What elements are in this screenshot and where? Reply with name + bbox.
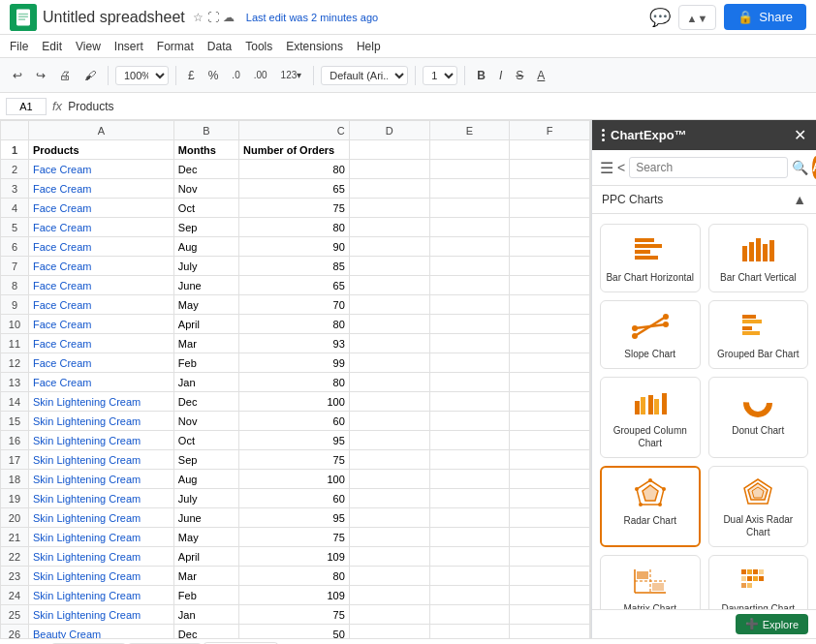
- cell-f10[interactable]: [510, 315, 590, 334]
- cell-e25[interactable]: [429, 605, 510, 625]
- cell-f18[interactable]: [510, 470, 590, 489]
- cell-c23[interactable]: 80: [239, 567, 350, 586]
- ppc-chevron-icon[interactable]: ▲: [793, 192, 806, 207]
- cell-b26[interactable]: Dec: [173, 625, 238, 639]
- font-size-select[interactable]: 10: [423, 66, 457, 85]
- chart-item-matrix[interactable]: Matrix Chart: [600, 555, 701, 609]
- table-row[interactable]: 13Face CreamJan80: [1, 373, 590, 392]
- cell-d11[interactable]: [349, 334, 429, 353]
- cell-e17[interactable]: [429, 450, 510, 470]
- cell-e15[interactable]: [429, 412, 510, 431]
- cell-e21[interactable]: [429, 528, 510, 547]
- cell-b3[interactable]: Nov: [173, 179, 238, 199]
- cell-d4[interactable]: [349, 199, 429, 218]
- row-header-cell[interactable]: 13: [1, 373, 29, 392]
- search-button[interactable]: 🔍: [792, 160, 808, 175]
- cell-d22[interactable]: [349, 547, 429, 567]
- cell-f15[interactable]: [510, 412, 590, 431]
- row-header-cell[interactable]: 10: [1, 315, 29, 334]
- cell-e10[interactable]: [429, 315, 510, 334]
- cell-b2[interactable]: Dec: [173, 160, 238, 179]
- undo-button[interactable]: ↩: [8, 66, 27, 85]
- cell-f22[interactable]: [510, 547, 590, 567]
- cell-c1[interactable]: Number of Orders: [239, 140, 350, 160]
- row-header-cell[interactable]: 12: [1, 353, 29, 373]
- cell-a15[interactable]: Skin Lightening Cream: [28, 412, 173, 431]
- chart-item-bar-horizontal[interactable]: Bar Chart Horizontal: [600, 224, 701, 292]
- cell-b6[interactable]: Aug: [173, 237, 238, 257]
- row-header-cell[interactable]: 5: [1, 218, 29, 237]
- cell-a13[interactable]: Face Cream: [28, 373, 173, 392]
- cell-b24[interactable]: Feb: [173, 586, 238, 605]
- table-row[interactable]: 5Face CreamSep80: [1, 218, 590, 237]
- table-row[interactable]: 23Skin Lightening CreamMar80: [1, 567, 590, 586]
- cell-b21[interactable]: May: [173, 528, 238, 547]
- ppc-charts-header[interactable]: PPC Charts ▲: [592, 186, 816, 214]
- percent-button[interactable]: %: [204, 66, 224, 85]
- paint-format-button[interactable]: 🖌: [79, 66, 101, 85]
- row-header-cell[interactable]: 4: [1, 199, 29, 218]
- cell-c17[interactable]: 75: [239, 450, 350, 470]
- cell-d8[interactable]: [349, 276, 429, 295]
- underline-button[interactable]: A: [532, 66, 549, 85]
- cell-b17[interactable]: Sep: [173, 450, 238, 470]
- cell-a2[interactable]: Face Cream: [28, 160, 173, 179]
- cell-a10[interactable]: Face Cream: [28, 315, 173, 334]
- row-header-cell[interactable]: 23: [1, 567, 29, 586]
- cell-a5[interactable]: Face Cream: [28, 218, 173, 237]
- menu-view[interactable]: View: [76, 40, 101, 53]
- cell-f24[interactable]: [510, 586, 590, 605]
- cell-f17[interactable]: [510, 450, 590, 470]
- cell-e23[interactable]: [429, 567, 510, 586]
- cell-b16[interactable]: Oct: [173, 431, 238, 450]
- more-formats-button[interactable]: 123▾: [276, 67, 307, 83]
- col-header-d[interactable]: D: [349, 121, 429, 140]
- star-icon[interactable]: ☆: [193, 11, 204, 24]
- table-row[interactable]: 2Face CreamDec80: [1, 160, 590, 179]
- cell-b10[interactable]: April: [173, 315, 238, 334]
- row-header-cell[interactable]: 17: [1, 450, 29, 470]
- zoom-select[interactable]: 100%: [115, 66, 169, 85]
- col-header-c[interactable]: C: [239, 121, 350, 140]
- cell-b5[interactable]: Sep: [173, 218, 238, 237]
- cell-f20[interactable]: [510, 508, 590, 528]
- cell-d3[interactable]: [349, 179, 429, 199]
- cell-c13[interactable]: 80: [239, 373, 350, 392]
- table-row[interactable]: 1ProductsMonthsNumber of Orders: [1, 140, 590, 160]
- cell-b13[interactable]: Jan: [173, 373, 238, 392]
- row-header-cell[interactable]: 6: [1, 237, 29, 257]
- italic-button[interactable]: I: [494, 66, 507, 85]
- cell-f13[interactable]: [510, 373, 590, 392]
- cell-a26[interactable]: Beauty Cream: [28, 625, 173, 639]
- panel-hamburger-icon[interactable]: ☰: [600, 159, 613, 177]
- table-row[interactable]: 14Skin Lightening CreamDec100: [1, 392, 590, 412]
- cell-e6[interactable]: [429, 237, 510, 257]
- table-row[interactable]: 4Face CreamOct75: [1, 199, 590, 218]
- cell-b12[interactable]: Feb: [173, 353, 238, 373]
- cell-a16[interactable]: Skin Lightening Cream: [28, 431, 173, 450]
- table-row[interactable]: 19Skin Lightening CreamJuly60: [1, 489, 590, 508]
- cell-f11[interactable]: [510, 334, 590, 353]
- cell-b1[interactable]: Months: [173, 140, 238, 160]
- cell-d9[interactable]: [349, 295, 429, 315]
- table-row[interactable]: 9Face CreamMay70: [1, 295, 590, 315]
- cell-f21[interactable]: [510, 528, 590, 547]
- inc-decimals-button[interactable]: .00: [249, 67, 272, 83]
- cell-f14[interactable]: [510, 392, 590, 412]
- cell-a3[interactable]: Face Cream: [28, 179, 173, 199]
- spreadsheet[interactable]: A B C D E F 1ProductsMonthsNumber of Ord…: [0, 120, 591, 638]
- panel-close-button[interactable]: ✕: [794, 126, 806, 144]
- cell-e19[interactable]: [429, 489, 510, 508]
- cell-c2[interactable]: 80: [239, 160, 350, 179]
- cell-f8[interactable]: [510, 276, 590, 295]
- table-row[interactable]: 22Skin Lightening CreamApril109: [1, 547, 590, 567]
- cell-b19[interactable]: July: [173, 489, 238, 508]
- table-row[interactable]: 3Face CreamNov65: [1, 179, 590, 199]
- cell-c20[interactable]: 95: [239, 508, 350, 528]
- table-row[interactable]: 18Skin Lightening CreamAug100: [1, 470, 590, 489]
- table-row[interactable]: 8Face CreamJune65: [1, 276, 590, 295]
- cell-f5[interactable]: [510, 218, 590, 237]
- col-header-a[interactable]: A: [28, 121, 173, 140]
- cell-b18[interactable]: Aug: [173, 470, 238, 489]
- col-header-f[interactable]: F: [510, 121, 590, 140]
